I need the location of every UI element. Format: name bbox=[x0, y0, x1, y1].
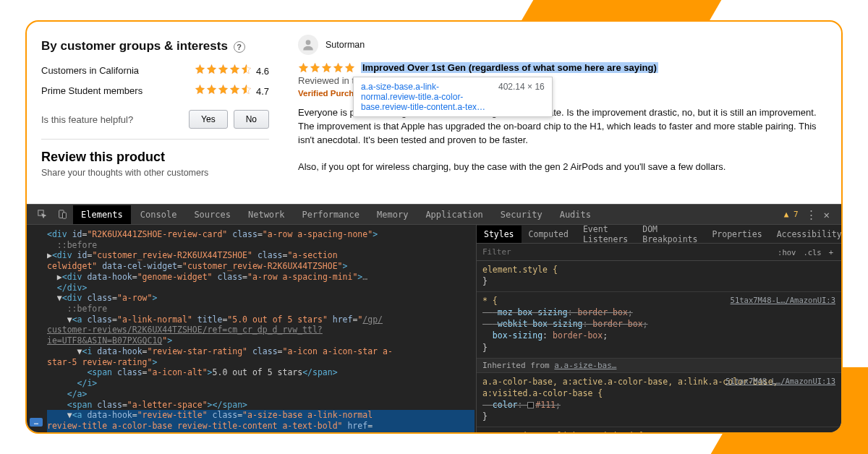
tab-security[interactable]: Security bbox=[493, 205, 550, 224]
review-title[interactable]: Improved Over 1st Gen (regardless of wha… bbox=[361, 62, 658, 73]
tab-console[interactable]: Console bbox=[132, 205, 185, 224]
inspect-icon[interactable] bbox=[33, 210, 51, 219]
group-label: Prime Student members bbox=[41, 85, 142, 96]
tooltip-selector: a.a-size-base.a-link-normal.review-title… bbox=[361, 82, 491, 112]
main-card: By customer groups & interests ? Custome… bbox=[25, 20, 843, 434]
styles-filter-input[interactable] bbox=[481, 247, 774, 257]
more-icon[interactable]: ⋮ bbox=[806, 208, 817, 221]
sidebar: By customer groups & interests ? Custome… bbox=[41, 35, 269, 178]
helpful-row: Is this feature helpful? Yes No bbox=[41, 110, 269, 140]
styles-tab-a11y[interactable]: Accessibility bbox=[770, 226, 843, 243]
tab-elements[interactable]: Elements bbox=[73, 205, 131, 224]
elements-tree[interactable]: <div id="R2K6UX441ZSHOE-review-card" cla… bbox=[27, 225, 476, 432]
inspector-tooltip: a.a-size-base.a-link-normal.review-title… bbox=[353, 77, 553, 117]
svg-point-0 bbox=[306, 40, 311, 45]
inherited-from: Inherited from a.a-size-bas… bbox=[477, 359, 841, 373]
stars-icon bbox=[298, 62, 355, 73]
tab-memory[interactable]: Memory bbox=[369, 205, 416, 224]
close-icon[interactable]: ✕ bbox=[824, 209, 830, 220]
styles-tab-listeners[interactable]: Event Listeners bbox=[576, 220, 635, 248]
rating-value: 4.7 bbox=[256, 86, 269, 97]
reviewer-name: Sutorman bbox=[326, 40, 365, 50]
review-panel: Sutorman Improved Over 1st Gen (regardle… bbox=[298, 35, 825, 178]
devtools-panel: Elements Console Sources Network Perform… bbox=[27, 204, 841, 432]
group-label: Customers in California bbox=[41, 65, 139, 76]
breadcrumb-ellipsis[interactable]: … bbox=[30, 418, 43, 427]
no-button[interactable]: No bbox=[234, 110, 269, 129]
device-icon[interactable] bbox=[53, 210, 72, 219]
style-rule[interactable]: element.style { } bbox=[477, 261, 841, 292]
style-rule[interactable]: 51tax7M48-L…/AmazonUI:3 * { -moz-box-siz… bbox=[477, 292, 841, 358]
style-rule[interactable]: 51tax7M48-L…/AmazonUI:13 a, a:active, a:… bbox=[477, 427, 841, 434]
rating-row: Prime Student members 4.7 bbox=[41, 84, 269, 97]
yes-button[interactable]: Yes bbox=[189, 110, 228, 129]
review-heading: Review this product bbox=[41, 150, 269, 165]
tooltip-dimensions: 402.14 × 16 bbox=[498, 82, 545, 112]
stars-icon bbox=[195, 84, 252, 95]
share-text: Share your thoughts with other customers bbox=[41, 168, 269, 178]
devtools-tabs: Elements Console Sources Network Perform… bbox=[27, 205, 841, 225]
tab-application[interactable]: Application bbox=[417, 205, 490, 224]
svg-rect-3 bbox=[62, 213, 66, 218]
tab-performance[interactable]: Performance bbox=[294, 205, 367, 224]
tab-network[interactable]: Network bbox=[240, 205, 293, 224]
add-rule-icon[interactable]: + bbox=[825, 248, 837, 257]
stars-icon bbox=[195, 64, 252, 74]
styles-tab-properties[interactable]: Properties bbox=[705, 226, 769, 243]
avatar-icon bbox=[298, 35, 318, 55]
rating-value: 4.6 bbox=[256, 66, 269, 77]
styles-tab-styles[interactable]: Styles bbox=[477, 226, 522, 243]
cls-toggle[interactable]: .cls bbox=[799, 248, 825, 257]
groups-heading: By customer groups & interests ? bbox=[41, 39, 269, 53]
styles-panel: Styles Computed Event Listeners DOM Brea… bbox=[476, 225, 841, 432]
hov-toggle[interactable]: :hov bbox=[774, 248, 799, 257]
style-rule[interactable]: 51tax7M48-L…/AmazonUI:13 a.a-color-base,… bbox=[477, 373, 841, 427]
helpful-question: Is this feature helpful? bbox=[41, 114, 133, 125]
rating-row: Customers in California 4.6 bbox=[41, 64, 269, 77]
warning-badge[interactable]: ▲ 7 bbox=[784, 210, 799, 219]
styles-tab-computed[interactable]: Computed bbox=[522, 226, 576, 243]
tab-sources[interactable]: Sources bbox=[186, 205, 239, 224]
styles-tab-breakpoints[interactable]: DOM Breakpoints bbox=[635, 220, 705, 248]
help-icon[interactable]: ? bbox=[234, 41, 245, 53]
